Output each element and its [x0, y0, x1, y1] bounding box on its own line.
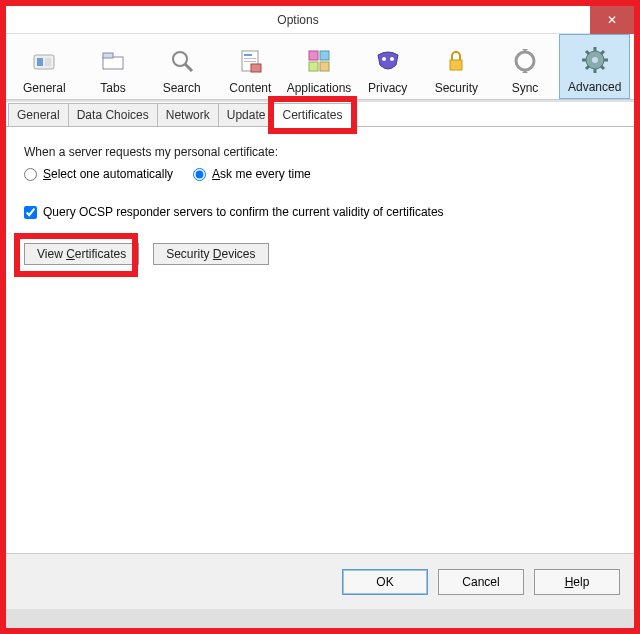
ocsp-checkbox[interactable]	[24, 206, 37, 219]
svg-line-28	[586, 66, 589, 69]
cat-content[interactable]: Content	[216, 34, 285, 99]
svg-point-5	[173, 52, 187, 66]
svg-line-27	[601, 66, 604, 69]
cat-security[interactable]: Security	[422, 34, 491, 99]
window-title: Options	[6, 13, 590, 27]
cat-tabs[interactable]: Tabs	[79, 34, 148, 99]
ok-button[interactable]: OK	[342, 569, 428, 595]
subtab-data-choices[interactable]: Data Choices	[68, 103, 158, 127]
security-devices-button[interactable]: Security Devices	[153, 243, 268, 265]
subtab-general[interactable]: General	[8, 103, 69, 127]
cat-applications[interactable]: Applications	[285, 34, 354, 99]
cat-label: Content	[229, 81, 271, 95]
svg-point-17	[390, 57, 394, 61]
category-toolbar: General Tabs Search Content Applications…	[6, 34, 634, 100]
svg-line-29	[601, 51, 604, 54]
cat-label: Privacy	[368, 81, 407, 95]
svg-rect-12	[309, 51, 318, 60]
radio-ask-every-time[interactable]: Ask me every time	[193, 167, 311, 181]
cat-privacy[interactable]: Privacy	[353, 34, 422, 99]
view-certificates-button[interactable]: View Certificates	[24, 243, 139, 265]
cat-label: Tabs	[100, 81, 125, 95]
folder-icon	[99, 43, 127, 79]
switch-icon	[30, 43, 58, 79]
svg-point-16	[382, 57, 386, 61]
cancel-button[interactable]: Cancel	[438, 569, 524, 595]
help-button[interactable]: Help	[534, 569, 620, 595]
cert-radio-group: Select one automatically Ask me every ti…	[24, 167, 616, 181]
svg-rect-2	[45, 58, 51, 66]
radio-select-auto-label: Select one automatically	[43, 167, 173, 181]
cert-buttons-row: View Certificates Security Devices	[24, 243, 616, 265]
svg-point-19	[516, 52, 534, 70]
svg-rect-11	[251, 64, 261, 72]
radio-ask-input[interactable]	[193, 168, 206, 181]
subtab-network[interactable]: Network	[157, 103, 219, 127]
svg-rect-3	[103, 57, 123, 69]
grid-icon	[305, 43, 333, 79]
svg-rect-10	[244, 61, 256, 62]
gear-icon	[581, 42, 609, 78]
ocsp-row[interactable]: Query OCSP responder servers to confirm …	[24, 205, 616, 219]
svg-rect-14	[309, 62, 318, 71]
personal-cert-label: When a server requests my personal certi…	[24, 145, 616, 159]
cat-label: Security	[435, 81, 478, 95]
lock-icon	[442, 43, 470, 79]
svg-rect-1	[37, 58, 43, 66]
cat-label: Advanced	[568, 80, 621, 94]
svg-rect-8	[244, 54, 252, 56]
svg-line-6	[185, 64, 192, 71]
cat-label: Search	[163, 81, 201, 95]
radio-ask-label: Ask me every time	[212, 167, 311, 181]
cat-label: Sync	[512, 81, 539, 95]
certificates-panel: When a server requests my personal certi…	[6, 127, 634, 553]
mask-icon	[374, 43, 402, 79]
subtab-update[interactable]: Update	[218, 103, 275, 127]
svg-point-21	[592, 57, 598, 63]
svg-rect-13	[320, 51, 329, 60]
close-icon: ✕	[607, 13, 617, 27]
svg-rect-15	[320, 62, 329, 71]
cat-label: Applications	[287, 81, 352, 95]
cat-advanced[interactable]: Advanced	[559, 34, 630, 99]
titlebar: Options ✕	[6, 6, 634, 34]
sync-icon	[511, 43, 539, 79]
svg-rect-9	[244, 58, 256, 59]
cat-search[interactable]: Search	[147, 34, 216, 99]
ocsp-label: Query OCSP responder servers to confirm …	[43, 205, 444, 219]
svg-rect-4	[103, 53, 113, 58]
svg-line-26	[586, 51, 589, 54]
dialog-footer: OK Cancel Help	[6, 553, 634, 609]
cat-sync[interactable]: Sync	[491, 34, 560, 99]
radio-select-auto[interactable]: Select one automatically	[24, 167, 173, 181]
cat-general[interactable]: General	[10, 34, 79, 99]
radio-select-auto-input[interactable]	[24, 168, 37, 181]
svg-rect-18	[450, 60, 462, 70]
subtab-certificates[interactable]: Certificates	[273, 103, 351, 127]
close-button[interactable]: ✕	[590, 6, 634, 34]
document-icon	[236, 43, 264, 79]
search-icon	[168, 43, 196, 79]
cat-label: General	[23, 81, 66, 95]
subtab-bar: General Data Choices Network Update Cert…	[6, 102, 634, 127]
